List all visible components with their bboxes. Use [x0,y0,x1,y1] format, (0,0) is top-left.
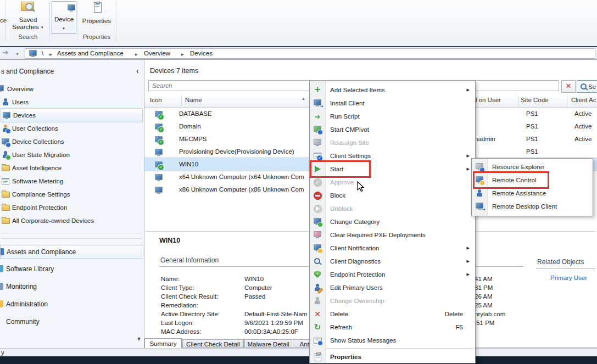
menu-item-run-script[interactable]: Run Script [310,110,475,123]
endpoint-protection-icon [313,270,322,279]
column-header-logged-on-user[interactable]: d on User [473,97,501,103]
column-header-icon[interactable]: Icon [150,97,162,103]
workspace-monitoring[interactable]: Monitoring [0,280,143,293]
properties-icon [313,352,322,361]
menu-item-block[interactable]: Block [310,189,475,202]
add-icon [313,86,322,94]
navigation-pane: s and Compliance Overview Users Devices … [0,60,144,348]
client-settings-icon [313,152,322,160]
field-value: Default-First-Site-Nam [244,310,307,318]
menu-item-start-cmpivot[interactable]: Start CMPivot [310,123,475,136]
sort-ascending-icon [302,94,305,101]
menu-item-client-diagnostics[interactable]: Client Diagnostics [310,255,475,268]
administration-icon [0,300,3,307]
taskbar-strip [0,356,597,364]
device-icon [154,148,163,157]
client-device-icon [154,110,163,119]
column-divider[interactable] [518,96,518,107]
field-label: Client Type: [161,283,243,292]
column-divider[interactable] [567,96,567,107]
context-menu: Add Selected Items Install Client Run Sc… [309,81,476,363]
users-icon [1,98,10,107]
ribbon-separator [77,2,77,41]
details-title: WIN10 [159,237,180,244]
breadcrumb-item[interactable]: Overview [144,50,170,57]
column-header-name[interactable]: Name [185,97,202,103]
field-label: Remediation: [161,301,243,310]
sidebar-item-all-corporate-owned-devices[interactable]: All Corporate-owned Devices [0,214,143,227]
field-value-fragment: nrylab.com [475,310,505,318]
menu-item-add-selected-items[interactable]: Add Selected Items [310,83,475,97]
workspace-expand-icon[interactable] [137,335,141,343]
primary-user-link[interactable]: Primary User [550,275,587,281]
menu-item-install-client[interactable]: Install Client [310,97,475,110]
search-button[interactable]: Se [577,80,597,93]
workspace-software-library[interactable]: Software Library [0,262,143,276]
edit-primary-users-icon [313,283,322,292]
device-collections-icon [1,138,10,147]
device-node-icon [29,49,37,58]
tab-summary[interactable]: Summary [144,338,182,348]
sidebar-item-users[interactable]: Users [0,96,143,109]
devices-icon [2,111,11,120]
sidebar-item-devices[interactable]: Devices [1,108,143,122]
menu-item-delete[interactable]: Delete Delete [310,307,475,321]
sidebar-item-compliance-settings[interactable]: Compliance Settings [0,188,143,201]
highlight-box-start [310,160,371,178]
compliance-settings-icon [1,190,10,199]
menu-item-client-notification[interactable]: Client Notification [310,242,475,255]
status-text: y [0,349,4,356]
breadcrumb-root[interactable]: \ [42,50,43,57]
workspace-community[interactable]: Community [0,315,143,328]
device-icon [154,186,163,195]
column-header-client-activity[interactable]: Client Ac [571,97,596,103]
history-dropdown-icon[interactable] [15,50,19,57]
field-value: Computer [244,283,272,292]
menu-item-reassign-site: Reassign Site [310,136,475,149]
menu-item-refresh[interactable]: Refresh F5 [310,321,475,334]
breadcrumb-item[interactable]: Devices [190,50,213,57]
cropped-ribbon-button-label[interactable]: ce [0,17,7,24]
user-collections-icon [1,124,10,133]
resource-explorer-icon [475,163,484,171]
sidebar-item-asset-intelligence[interactable]: Asset Intelligence [0,161,143,175]
field-value: WIN10 [244,275,264,283]
status-messages-icon [313,336,322,345]
assets-and-compliance-icon [1,248,4,255]
sidebar-item-user-collections[interactable]: User Collections [0,122,143,135]
sidebar-item-overview[interactable]: Overview [0,82,143,96]
menu-item-properties[interactable]: Properties [310,350,475,363]
clear-search-button[interactable] [561,80,576,93]
column-header-site-code[interactable]: Site Code [521,97,549,103]
field-label: Active Directory Site: [161,310,243,318]
sidebar-item-device-collections[interactable]: Device Collections [0,135,143,148]
workspace-administration[interactable]: Administration [0,298,143,311]
tab-client-check-detail[interactable]: Client Check Detail [182,339,244,348]
breadcrumb-item[interactable]: Assets and Compliance [57,50,124,57]
client-device-icon [154,136,163,144]
submenu-item-remote-desktop-client[interactable]: Remote Desktop Client [472,200,593,213]
saved-searches-icon [21,2,35,15]
column-divider[interactable] [181,96,182,107]
collapse-pane-icon[interactable] [136,66,139,75]
menu-item-clear-required-pxe-deployments[interactable]: Clear Required PXE Deployments [310,228,475,242]
menu-item-edit-primary-users[interactable]: Edit Primary Users [310,281,475,294]
sidebar-item-user-state-migration[interactable]: User State Migration [0,148,143,161]
section-underline [536,268,595,269]
menu-item-endpoint-protection[interactable]: Endpoint Protection [310,268,475,281]
forward-arrow-icon[interactable] [2,48,9,57]
ribbon: ce Saved Searches Search Device Properti… [0,0,597,47]
device-button[interactable]: Device [52,1,76,34]
workspace-assets-and-compliance[interactable]: Assets and Compliance [0,245,143,259]
splitter-handle[interactable] [1,233,142,236]
menu-item-show-status-messages[interactable]: Show Status Messages [310,334,475,347]
sidebar-item-endpoint-protection[interactable]: Endpoint Protection [0,201,143,214]
splitter-handle[interactable] [1,238,142,241]
client-diagnostics-icon [313,257,322,266]
monitoring-icon [0,283,3,290]
field-value-fragment: :51 PM [475,318,494,327]
tab-malware-detail[interactable]: Malware Detail [244,339,292,348]
sidebar-item-software-metering[interactable]: Software Metering [0,175,143,188]
highlight-box-remote-control [473,171,549,189]
menu-item-change-category[interactable]: Change Category [310,215,475,228]
